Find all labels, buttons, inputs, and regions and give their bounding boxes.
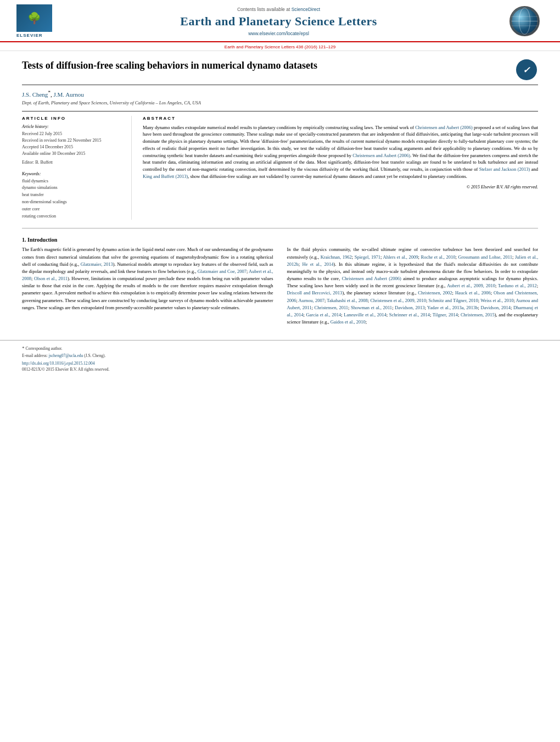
ref-laneuville[interactable]: Laneuville et al., 2014 [344,312,387,317]
article-info-header: ARTICLE INFO [22,116,123,121]
author-aurnou[interactable]: J.M. Aurnou [53,91,83,98]
keyword-4: non-dimensional scalings [22,199,123,206]
sciencedirect-link[interactable]: ScienceDirect [292,7,320,12]
ref-davidson-2014[interactable]: Davidson, 2014 [481,305,511,310]
article-title-section: Tests of diffusion-free scaling behavior… [22,59,538,85]
journal-ref-line: Earth and Planetary Science Letters 436 … [0,42,560,51]
journal-header-center: Contents lists available at ScienceDirec… [52,7,505,36]
footer-copyright: 0012-821X/© 2015 Elsevier B.V. All right… [22,367,538,372]
intro-right-col: In the fluid physics community, the so-c… [287,246,539,329]
ref-takahashi[interactable]: Takahashi et al., 2008 [327,298,367,303]
received-date: Received 22 July 2015 [22,131,123,137]
ref-king-buffett[interactable]: King and Buffett (2013) [143,174,188,179]
ref-olson-2011[interactable]: Olson et al., 2011 [34,276,68,281]
accepted-date: Accepted 14 December 2015 [22,144,123,150]
ref-christensen-aubert-2006b[interactable]: Christensen and Aubert (2006) [352,153,410,158]
abstract-copyright: © 2015 Elsevier B.V. All rights reserved… [143,185,538,189]
ref-gaidos[interactable]: Gaidos et al., 2010 [331,319,366,325]
ref-he[interactable]: He et al., 2014 [303,261,334,267]
crossmark-badge[interactable]: ✓ [516,59,538,81]
ref-roche[interactable]: Roche et al., 2010 [421,254,456,260]
ref-hauck[interactable]: Hauck et al., 2006 [455,290,491,295]
earth-globe-icon [509,6,540,36]
ref-glatzmaier-coe[interactable]: Glatzmaier and Coe, 2007 [198,269,247,274]
ref-christensen-aubert-2006[interactable]: Christensen and Aubert (2006) [415,125,473,130]
ref-christensen-2015[interactable]: Christensen, 2015 [461,312,495,317]
intro-right-para-1: In the fluid physics community, the so-c… [287,246,539,326]
keywords-label: Keywords: [22,171,123,176]
article-title: Tests of diffusion-free scaling behavior… [22,59,317,72]
introduction-body: The Earth's magnetic field is generated … [22,246,538,329]
journal-url[interactable]: www.elsevier.com/locate/epsl [52,31,505,36]
author-cheng[interactable]: J.S. Cheng [22,91,48,98]
elsevier-logo: 🌳 ELSEVIER [16,4,52,38]
ref-aubert-2009[interactable]: Aubert et al., 2009, 2010 [447,283,495,288]
globe-svg [511,7,539,35]
ref-garcia[interactable]: Garcia et al., 2014 [306,312,341,317]
keyword-6: rotating convection [22,213,123,220]
affiliation-line: Dept. of Earth, Planetary and Space Scie… [22,100,538,105]
abstract-col: ABSTRACT Many dynamo studies extrapolate… [143,116,538,220]
abstract-text: Many dynamo studies extrapolate numerica… [143,124,538,180]
ref-christensen-2009[interactable]: Christensen et al., 2009, 2010 [370,298,426,303]
authors-line: J.S. Cheng*, J.M. Aurnou [22,90,538,98]
ref-glatzmaier-2013[interactable]: Glatzmaier, 2013 [81,261,113,267]
article-history-label: Article history: [22,124,123,129]
ref-yadav[interactable]: Yadav et al., 2013a, 2013b [427,305,478,310]
keyword-5: outer core [22,206,123,213]
received-revised-date: Received in revised form 22 November 201… [22,137,123,144]
keyword-1: fluid dynamics [22,178,123,185]
footnote-corresponding: * Corresponding author. [22,345,538,353]
footnote-email: E-mail address: jscheng07@ucla.edu (J.S.… [22,353,538,359]
contents-line: Contents lists available at ScienceDirec… [52,7,505,12]
keywords-section: Keywords: fluid dynamics dynamo simulati… [22,171,123,220]
keyword-2: dynamo simulations [22,185,123,192]
article-two-col: ARTICLE INFO Article history: Received 2… [22,111,538,220]
svg-text:✓: ✓ [523,65,530,75]
ref-davidson-2013[interactable]: Davidson, 2013 [395,305,424,310]
abstract-header: ABSTRACT [143,116,538,121]
editor-line: Editor: B. Buffett [22,159,123,166]
page-wrapper: 🌳 ELSEVIER Contents lists available at S… [0,0,560,742]
footnote-star: * [22,345,25,351]
intro-para-1: The Earth's magnetic field is generated … [22,246,273,311]
ref-aurnou-2007[interactable]: Aurnou, 2007 [299,298,324,303]
keyword-3: heat transfer [22,192,123,199]
ref-driscoll[interactable]: Driscoll and Bercovici, 2013 [287,290,343,295]
ref-ahlers[interactable]: Ahlers et al., 2009 [383,254,418,260]
intro-left-col: The Earth's magnetic field is generated … [22,246,273,329]
ref-kraichnan[interactable]: Kraichnan, 1962 [321,254,352,260]
elsevier-logo-box: 🌳 [16,4,52,32]
available-date: Available online 30 December 2015 [22,150,123,157]
ref-tarduno[interactable]: Tarduno et al., 2012 [498,283,537,288]
elsevier-wordmark: ELSEVIER [16,33,43,38]
ref-grossmann[interactable]: Grossmann and Lohse, 2011 [458,254,512,260]
ref-schrinner[interactable]: Schrinner et al., 2014 [389,312,430,317]
ref-christensen-2002[interactable]: Christensen, 2002 [418,290,452,295]
doi-line[interactable]: http://dx.doi.org/10.1016/j.epsl.2015.12… [22,361,538,366]
ref-showman[interactable]: Showman et al., 2011 [351,305,392,310]
journal-header: 🌳 ELSEVIER Contents lists available at S… [0,0,560,42]
ref-weiss[interactable]: Weiss et al., 2010 [480,298,513,303]
ref-stelzer-jackson[interactable]: Stelzer and Jackson (2013) [479,166,530,172]
earth-logo-container [505,5,544,38]
article-footer: * Corresponding author. E-mail address: … [0,340,560,376]
introduction-title: 1. Introduction [22,237,538,243]
article-content: Tests of diffusion-free scaling behavior… [0,51,560,340]
article-info-col: ARTICLE INFO Article history: Received 2… [22,116,132,220]
ref-spiegel[interactable]: Spiegel, 1971 [355,254,380,260]
elsevier-tree-icon: 🌳 [27,12,41,25]
section-divider [22,228,538,228]
ref-christensen-aubert-body[interactable]: Christensen and Aubert (2006) [342,276,401,281]
journal-title: Earth and Planetary Science Letters [52,14,505,29]
ref-tilgner[interactable]: Tilgner, 2014 [433,312,458,317]
ref-christensen-2011[interactable]: Christensen, 2011 [315,305,349,310]
email-link[interactable]: jscheng07@ucla.edu [49,353,83,358]
ref-schmitz[interactable]: Schmitz and Tilgner, 2010 [429,298,478,303]
crossmark-icon: ✓ [516,59,537,80]
